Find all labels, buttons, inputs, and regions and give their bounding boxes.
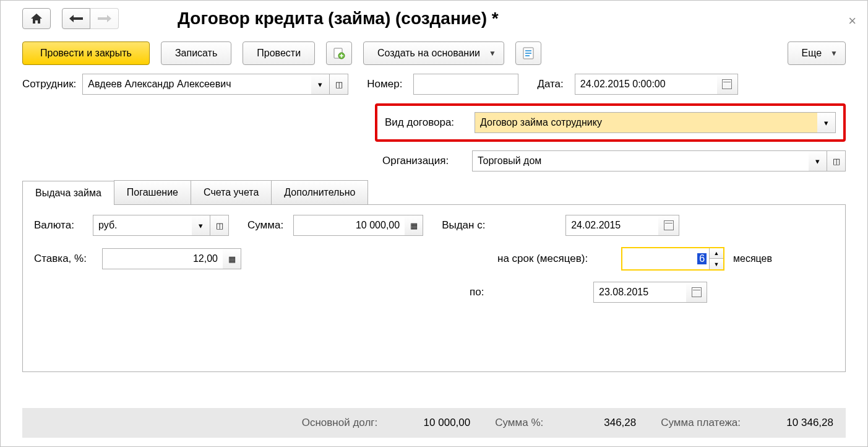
tab-loan-issue[interactable]: Выдача займа	[22, 181, 114, 205]
chevron-down-icon: ▼	[489, 49, 496, 58]
date-label: Дата:	[537, 78, 563, 90]
amount-label: Сумма:	[247, 219, 283, 232]
organization-input[interactable]: Торговый дом	[472, 150, 809, 171]
svg-rect-4	[525, 53, 531, 54]
term-label: на срок (месяцев):	[497, 253, 621, 265]
issued-from-label: Выдан с:	[442, 219, 565, 232]
employee-label: Сотрудник:	[22, 78, 76, 90]
dropdown-icon[interactable]: ▾	[817, 112, 836, 133]
attach-button[interactable]	[326, 41, 352, 65]
rate-label: Ставка, %:	[34, 253, 96, 265]
chevron-down-icon: ▼	[830, 49, 838, 58]
payment-label: Сумма платежа:	[661, 417, 741, 429]
more-label: Еще	[802, 48, 822, 59]
contract-type-input[interactable]: Договор займа сотруднику	[475, 112, 817, 133]
spin-up-button[interactable]: ▲	[710, 248, 723, 259]
close-icon[interactable]: ×	[848, 13, 856, 29]
rate-input[interactable]: 12,00	[102, 248, 223, 269]
create-based-on-label: Создать на основании	[377, 48, 480, 59]
dropdown-icon[interactable]: ▾	[192, 215, 210, 236]
term-value: 6	[697, 253, 707, 264]
amount-input[interactable]: 10 000,00	[293, 215, 405, 236]
open-icon[interactable]: ◫	[330, 74, 348, 95]
open-icon[interactable]: ◫	[210, 215, 229, 236]
tab-additional[interactable]: Дополнительно	[271, 180, 368, 204]
report-button[interactable]	[515, 41, 541, 65]
open-icon[interactable]: ◫	[827, 150, 846, 171]
dropdown-icon[interactable]: ▾	[311, 74, 330, 95]
currency-label: Валюта:	[34, 219, 87, 232]
tab-accounts[interactable]: Счета учета	[191, 180, 272, 204]
svg-rect-5	[525, 55, 530, 56]
save-button[interactable]: Записать	[161, 41, 231, 65]
term-input[interactable]: 6	[622, 248, 709, 269]
payment-value: 10 346,28	[765, 417, 833, 429]
principal-label: Основной долг:	[302, 417, 378, 429]
currency-input[interactable]: руб.	[93, 215, 192, 236]
create-based-on-button[interactable]: Создать на основании ▼	[363, 41, 504, 65]
post-button[interactable]: Провести	[243, 41, 315, 65]
date-input[interactable]: 24.02.2015 0:00:00	[575, 74, 717, 95]
calendar-icon[interactable]	[658, 215, 679, 236]
term-input-group: 6 ▲ ▼	[621, 247, 724, 271]
number-label: Номер:	[367, 78, 402, 90]
calculator-icon[interactable]: ▦	[223, 248, 241, 269]
forward-button	[90, 8, 119, 29]
organization-label: Организация:	[382, 155, 466, 167]
interest-value: 346,28	[568, 417, 636, 429]
employee-input[interactable]: Авдеев Александр Алексеевич	[82, 74, 311, 95]
calendar-icon[interactable]	[686, 282, 707, 303]
post-and-close-button[interactable]: Провести и закрыть	[22, 41, 150, 65]
home-button[interactable]	[22, 8, 51, 29]
number-input[interactable]	[413, 74, 518, 95]
until-label: по:	[470, 286, 593, 298]
tab-repayment[interactable]: Погашение	[114, 180, 191, 204]
issued-from-input[interactable]: 24.02.2015	[565, 215, 658, 236]
dropdown-icon[interactable]: ▾	[809, 150, 827, 171]
calendar-icon[interactable]	[717, 74, 738, 95]
page-title: Договор кредита (займа) (создание) *	[178, 9, 499, 28]
back-button[interactable]	[62, 8, 90, 29]
term-unit-label: месяцев	[733, 253, 772, 264]
svg-rect-3	[525, 50, 531, 51]
spin-down-button[interactable]: ▼	[710, 259, 723, 269]
calculator-icon[interactable]: ▦	[405, 215, 423, 236]
until-input[interactable]: 23.08.2015	[593, 282, 686, 303]
interest-label: Сумма %:	[495, 417, 543, 429]
principal-value: 10 000,00	[402, 417, 470, 429]
contract-type-label: Вид договора:	[385, 116, 468, 129]
more-button[interactable]: Еще ▼	[788, 41, 846, 65]
